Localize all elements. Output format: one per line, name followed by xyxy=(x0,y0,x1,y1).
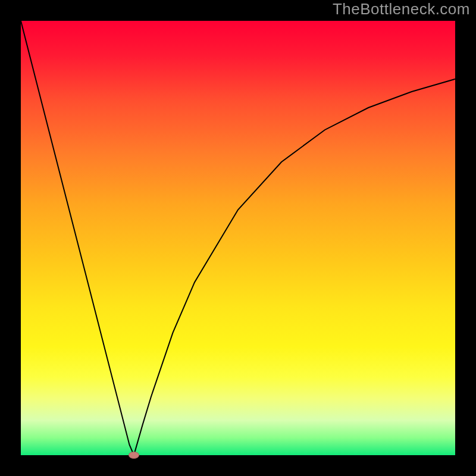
plot-area xyxy=(21,21,455,455)
watermark-text: TheBottleneck.com xyxy=(333,0,470,18)
curve-line xyxy=(21,21,455,455)
chart-frame: TheBottleneck.com xyxy=(0,0,476,476)
bottleneck-curve xyxy=(21,21,455,455)
minimum-marker xyxy=(129,452,139,459)
